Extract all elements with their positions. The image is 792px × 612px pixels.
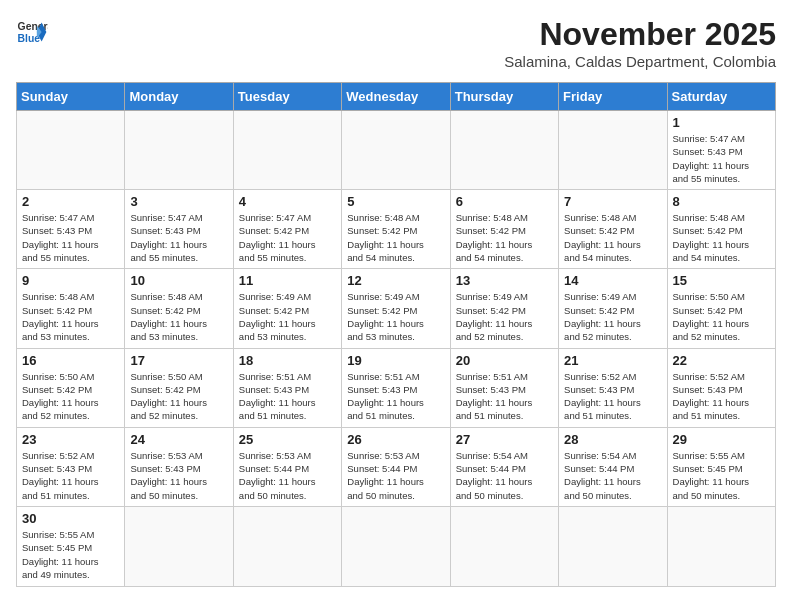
- calendar-cell: [125, 111, 233, 190]
- day-info: Sunrise: 5:48 AM Sunset: 5:42 PM Dayligh…: [22, 290, 119, 343]
- day-info: Sunrise: 5:49 AM Sunset: 5:42 PM Dayligh…: [564, 290, 661, 343]
- day-info: Sunrise: 5:53 AM Sunset: 5:43 PM Dayligh…: [130, 449, 227, 502]
- calendar-cell: 9Sunrise: 5:48 AM Sunset: 5:42 PM Daylig…: [17, 269, 125, 348]
- day-info: Sunrise: 5:53 AM Sunset: 5:44 PM Dayligh…: [239, 449, 336, 502]
- day-number: 26: [347, 432, 444, 447]
- day-number: 14: [564, 273, 661, 288]
- calendar-cell: 17Sunrise: 5:50 AM Sunset: 5:42 PM Dayli…: [125, 348, 233, 427]
- day-info: Sunrise: 5:53 AM Sunset: 5:44 PM Dayligh…: [347, 449, 444, 502]
- day-info: Sunrise: 5:55 AM Sunset: 5:45 PM Dayligh…: [22, 528, 119, 581]
- day-info: Sunrise: 5:51 AM Sunset: 5:43 PM Dayligh…: [456, 370, 553, 423]
- day-number: 11: [239, 273, 336, 288]
- weekday-header-thursday: Thursday: [450, 83, 558, 111]
- day-number: 7: [564, 194, 661, 209]
- weekday-header-row: SundayMondayTuesdayWednesdayThursdayFrid…: [17, 83, 776, 111]
- calendar-cell: 11Sunrise: 5:49 AM Sunset: 5:42 PM Dayli…: [233, 269, 341, 348]
- day-info: Sunrise: 5:48 AM Sunset: 5:42 PM Dayligh…: [347, 211, 444, 264]
- day-info: Sunrise: 5:55 AM Sunset: 5:45 PM Dayligh…: [673, 449, 770, 502]
- day-info: Sunrise: 5:48 AM Sunset: 5:42 PM Dayligh…: [673, 211, 770, 264]
- day-number: 27: [456, 432, 553, 447]
- day-number: 2: [22, 194, 119, 209]
- day-number: 23: [22, 432, 119, 447]
- calendar-cell: 29Sunrise: 5:55 AM Sunset: 5:45 PM Dayli…: [667, 427, 775, 506]
- calendar-cell: 2Sunrise: 5:47 AM Sunset: 5:43 PM Daylig…: [17, 190, 125, 269]
- calendar-cell: 13Sunrise: 5:49 AM Sunset: 5:42 PM Dayli…: [450, 269, 558, 348]
- day-number: 10: [130, 273, 227, 288]
- day-number: 15: [673, 273, 770, 288]
- logo-icon: General Blue: [16, 16, 48, 48]
- calendar-cell: 25Sunrise: 5:53 AM Sunset: 5:44 PM Dayli…: [233, 427, 341, 506]
- calendar-cell: 20Sunrise: 5:51 AM Sunset: 5:43 PM Dayli…: [450, 348, 558, 427]
- day-info: Sunrise: 5:52 AM Sunset: 5:43 PM Dayligh…: [673, 370, 770, 423]
- calendar-cell: 7Sunrise: 5:48 AM Sunset: 5:42 PM Daylig…: [559, 190, 667, 269]
- day-info: Sunrise: 5:50 AM Sunset: 5:42 PM Dayligh…: [22, 370, 119, 423]
- calendar-cell: [17, 111, 125, 190]
- calendar-cell: 28Sunrise: 5:54 AM Sunset: 5:44 PM Dayli…: [559, 427, 667, 506]
- calendar-cell: 6Sunrise: 5:48 AM Sunset: 5:42 PM Daylig…: [450, 190, 558, 269]
- day-number: 1: [673, 115, 770, 130]
- calendar-cell: [342, 111, 450, 190]
- weekday-header-friday: Friday: [559, 83, 667, 111]
- location-title: Salamina, Caldas Department, Colombia: [504, 53, 776, 70]
- day-number: 13: [456, 273, 553, 288]
- calendar-week-row: 2Sunrise: 5:47 AM Sunset: 5:43 PM Daylig…: [17, 190, 776, 269]
- day-number: 25: [239, 432, 336, 447]
- weekday-header-saturday: Saturday: [667, 83, 775, 111]
- day-number: 28: [564, 432, 661, 447]
- day-number: 29: [673, 432, 770, 447]
- calendar-cell: 18Sunrise: 5:51 AM Sunset: 5:43 PM Dayli…: [233, 348, 341, 427]
- weekday-header-wednesday: Wednesday: [342, 83, 450, 111]
- day-info: Sunrise: 5:47 AM Sunset: 5:43 PM Dayligh…: [673, 132, 770, 185]
- day-info: Sunrise: 5:49 AM Sunset: 5:42 PM Dayligh…: [456, 290, 553, 343]
- logo: General Blue: [16, 16, 48, 48]
- day-number: 6: [456, 194, 553, 209]
- day-number: 21: [564, 353, 661, 368]
- day-info: Sunrise: 5:49 AM Sunset: 5:42 PM Dayligh…: [347, 290, 444, 343]
- calendar-cell: 8Sunrise: 5:48 AM Sunset: 5:42 PM Daylig…: [667, 190, 775, 269]
- calendar-week-row: 23Sunrise: 5:52 AM Sunset: 5:43 PM Dayli…: [17, 427, 776, 506]
- calendar-cell: 16Sunrise: 5:50 AM Sunset: 5:42 PM Dayli…: [17, 348, 125, 427]
- calendar-cell: [125, 506, 233, 586]
- day-info: Sunrise: 5:49 AM Sunset: 5:42 PM Dayligh…: [239, 290, 336, 343]
- page-header: General Blue November 2025 Salamina, Cal…: [16, 16, 776, 70]
- calendar-week-row: 30Sunrise: 5:55 AM Sunset: 5:45 PM Dayli…: [17, 506, 776, 586]
- calendar-cell: 5Sunrise: 5:48 AM Sunset: 5:42 PM Daylig…: [342, 190, 450, 269]
- day-info: Sunrise: 5:51 AM Sunset: 5:43 PM Dayligh…: [239, 370, 336, 423]
- day-info: Sunrise: 5:52 AM Sunset: 5:43 PM Dayligh…: [22, 449, 119, 502]
- calendar-cell: 30Sunrise: 5:55 AM Sunset: 5:45 PM Dayli…: [17, 506, 125, 586]
- calendar-table: SundayMondayTuesdayWednesdayThursdayFrid…: [16, 82, 776, 587]
- calendar-week-row: 9Sunrise: 5:48 AM Sunset: 5:42 PM Daylig…: [17, 269, 776, 348]
- calendar-week-row: 1Sunrise: 5:47 AM Sunset: 5:43 PM Daylig…: [17, 111, 776, 190]
- month-title: November 2025: [504, 16, 776, 53]
- weekday-header-sunday: Sunday: [17, 83, 125, 111]
- day-info: Sunrise: 5:51 AM Sunset: 5:43 PM Dayligh…: [347, 370, 444, 423]
- day-info: Sunrise: 5:54 AM Sunset: 5:44 PM Dayligh…: [564, 449, 661, 502]
- day-number: 12: [347, 273, 444, 288]
- day-number: 30: [22, 511, 119, 526]
- calendar-cell: [559, 506, 667, 586]
- calendar-week-row: 16Sunrise: 5:50 AM Sunset: 5:42 PM Dayli…: [17, 348, 776, 427]
- calendar-cell: 3Sunrise: 5:47 AM Sunset: 5:43 PM Daylig…: [125, 190, 233, 269]
- day-number: 8: [673, 194, 770, 209]
- weekday-header-tuesday: Tuesday: [233, 83, 341, 111]
- day-number: 5: [347, 194, 444, 209]
- day-number: 17: [130, 353, 227, 368]
- calendar-cell: 23Sunrise: 5:52 AM Sunset: 5:43 PM Dayli…: [17, 427, 125, 506]
- calendar-cell: 14Sunrise: 5:49 AM Sunset: 5:42 PM Dayli…: [559, 269, 667, 348]
- day-info: Sunrise: 5:48 AM Sunset: 5:42 PM Dayligh…: [456, 211, 553, 264]
- day-number: 4: [239, 194, 336, 209]
- day-number: 3: [130, 194, 227, 209]
- calendar-cell: [233, 506, 341, 586]
- day-info: Sunrise: 5:50 AM Sunset: 5:42 PM Dayligh…: [673, 290, 770, 343]
- day-info: Sunrise: 5:54 AM Sunset: 5:44 PM Dayligh…: [456, 449, 553, 502]
- calendar-cell: 26Sunrise: 5:53 AM Sunset: 5:44 PM Dayli…: [342, 427, 450, 506]
- day-number: 22: [673, 353, 770, 368]
- calendar-cell: 15Sunrise: 5:50 AM Sunset: 5:42 PM Dayli…: [667, 269, 775, 348]
- calendar-cell: [450, 506, 558, 586]
- calendar-cell: 24Sunrise: 5:53 AM Sunset: 5:43 PM Dayli…: [125, 427, 233, 506]
- day-number: 16: [22, 353, 119, 368]
- calendar-cell: 22Sunrise: 5:52 AM Sunset: 5:43 PM Dayli…: [667, 348, 775, 427]
- calendar-cell: 4Sunrise: 5:47 AM Sunset: 5:42 PM Daylig…: [233, 190, 341, 269]
- calendar-cell: 1Sunrise: 5:47 AM Sunset: 5:43 PM Daylig…: [667, 111, 775, 190]
- day-number: 9: [22, 273, 119, 288]
